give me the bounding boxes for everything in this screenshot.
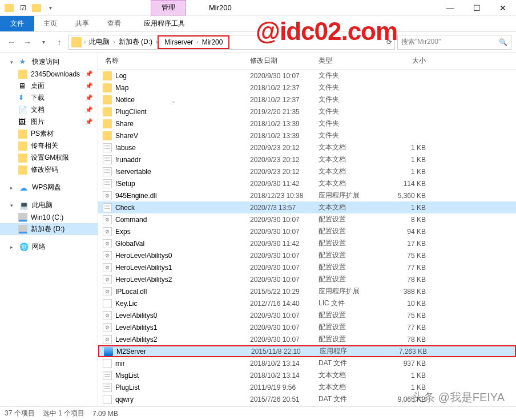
file-row[interactable]: Notice2018/10/2 12:37文件夹: [98, 94, 516, 106]
file-row[interactable]: GlobalVal2020/9/30 11:42配置设置17 KB: [98, 237, 516, 249]
file-name: PlugClient: [115, 108, 250, 116]
file-row[interactable]: MsgList2018/10/2 13:14文本文档1 KB: [98, 369, 516, 381]
file-icon: [103, 275, 112, 284]
sidebar-item[interactable]: 桌面📌: [0, 80, 98, 92]
column-date[interactable]: 修改日期: [250, 56, 319, 66]
file-row[interactable]: LevelAbilitys12020/9/30 10:07配置设置77 KB: [98, 321, 516, 333]
file-row[interactable]: Exps2020/9/30 10:07配置设置94 KB: [98, 225, 516, 237]
file-row[interactable]: PlugList2011/9/19 9:56文本文档1 KB: [98, 381, 516, 393]
file-date: 2020/9/30 11:42: [250, 180, 319, 188]
file-row[interactable]: Log2020/9/30 10:07文件夹: [98, 70, 516, 82]
file-type: DAT 文件: [319, 394, 386, 404]
file-row[interactable]: IPLocal.dll2015/5/22 10:29应用程序扩展388 KB: [98, 285, 516, 297]
window-title: Mir200: [209, 3, 232, 12]
file-type: 配置设置: [319, 227, 386, 236]
sidebar-item[interactable]: 传奇相关: [0, 140, 98, 152]
sidebar-item[interactable]: Win10 (C:): [0, 211, 98, 223]
file-type: 文件夹: [319, 107, 386, 116]
back-button[interactable]: ←: [5, 35, 18, 49]
quick-access-toolbar: ☑ ▾: [0, 2, 59, 14]
file-row[interactable]: M2Server2015/11/8 22:10应用程序7,263 KB: [98, 345, 516, 357]
chevron-down-icon[interactable]: ▾: [10, 59, 16, 65]
file-row[interactable]: !servertable2020/9/23 20:12文本文档1 KB: [98, 165, 516, 177]
star-icon: [19, 58, 29, 67]
file-row[interactable]: mir2018/10/2 13:14DAT 文件937 KB: [98, 357, 516, 369]
window-controls: — ☐ ✕: [437, 0, 516, 16]
pin-icon: 📌: [85, 118, 93, 126]
file-row[interactable]: Command2020/9/30 10:07配置设置8 KB: [98, 213, 516, 225]
home-menu[interactable]: 主页: [34, 16, 66, 31]
sidebar-quick-access[interactable]: ▾ 快速访问: [0, 56, 98, 68]
sidebar-item-label: 文档: [31, 105, 45, 115]
file-row[interactable]: !abuse2020/9/23 20:12文本文档1 KB: [98, 142, 516, 154]
chevron-right-icon[interactable]: ▸: [10, 185, 16, 191]
sidebar-item-label: 桌面: [31, 81, 45, 91]
sidebar-item[interactable]: 图片📌: [0, 116, 98, 128]
file-icon: [103, 107, 112, 116]
sidebar-item[interactable]: 修改密码: [0, 164, 98, 176]
sidebar-item[interactable]: 文档📌: [0, 104, 98, 116]
up-button[interactable]: ↑: [53, 35, 66, 49]
ribbon-context-tab[interactable]: 管理: [151, 0, 186, 15]
chevron-right-icon[interactable]: ▸: [10, 244, 16, 250]
sidebar-wps[interactable]: ▸ WPS网盘: [0, 181, 98, 193]
minimize-button[interactable]: —: [437, 0, 463, 16]
column-name[interactable]: 名称: [103, 56, 250, 66]
file-type: 文本文档: [319, 370, 386, 380]
sidebar-item[interactable]: PS素材: [0, 128, 98, 140]
file-date: 2018/10/2 12:37: [250, 96, 319, 104]
sidebar-item[interactable]: 2345Downloads📌: [0, 68, 98, 80]
crumb-mirserver[interactable]: Mirserver: [161, 38, 196, 46]
file-row[interactable]: LevelAbilitys22020/9/30 10:07配置设置78 KB: [98, 333, 516, 345]
file-menu[interactable]: 文件: [0, 16, 34, 31]
column-size[interactable]: 大小: [386, 56, 426, 66]
file-row[interactable]: qqwry2015/7/26 20:51DAT 文件9,065 KB: [98, 393, 516, 405]
chevron-down-icon[interactable]: ▾: [10, 203, 16, 208]
close-button[interactable]: ✕: [490, 0, 516, 16]
chevron-down-icon[interactable]: ⌄: [171, 98, 176, 104]
file-size: 1 KB: [386, 144, 426, 152]
sidebar-network[interactable]: ▸ 网络: [0, 241, 98, 253]
file-row[interactable]: !Setup2020/9/30 11:42文本文档114 KB: [98, 177, 516, 189]
recent-dropdown[interactable]: ▾: [37, 35, 50, 49]
file-name: !runaddr: [115, 156, 250, 164]
file-row[interactable]: PlugClient2019/2/20 21:35文件夹: [98, 106, 516, 118]
app-tools-tab[interactable]: 应用程序工具: [136, 16, 193, 31]
file-row[interactable]: HeroLevelAbilitys22020/9/30 10:07配置设置78 …: [98, 273, 516, 285]
file-name: LevelAbilitys2: [115, 336, 250, 344]
maximize-button[interactable]: ☐: [463, 0, 490, 16]
sidebar-item[interactable]: 下载📌: [0, 92, 98, 104]
file-row[interactable]: Key.Lic2012/7/16 14:40LIC 文件10 KB: [98, 297, 516, 309]
refresh-button[interactable]: ⟳: [386, 38, 392, 46]
dropdown-icon[interactable]: ▾: [45, 2, 56, 14]
file-icon: [103, 83, 112, 92]
breadcrumb[interactable]: › 此电脑 › 新加卷 (D:) › Mirserver › Mir200 ⟳: [68, 35, 395, 50]
column-type[interactable]: 类型: [319, 56, 386, 66]
crumb-drive[interactable]: 新加卷 (D:): [115, 37, 156, 47]
crumb-mir200[interactable]: Mir200: [199, 38, 227, 46]
share-menu[interactable]: 共享: [66, 16, 98, 31]
file-row[interactable]: !runaddr2020/9/23 20:12文本文档1 KB: [98, 154, 516, 165]
file-row[interactable]: LevelAbilitys02020/9/30 10:07配置设置75 KB: [98, 309, 516, 321]
file-row[interactable]: Check2020/7/3 13:57文本文档1 KB: [98, 201, 516, 213]
file-row[interactable]: Share2018/10/2 13:39文件夹: [98, 118, 516, 130]
file-row[interactable]: 945Engine.dll2018/12/23 10:38应用程序扩展5,360…: [98, 189, 516, 201]
file-date: 2015/7/26 20:51: [250, 395, 319, 403]
search-input[interactable]: 搜索"Mir200" 🔍: [397, 35, 511, 50]
file-row[interactable]: ShareV2018/10/2 13:39文件夹: [98, 130, 516, 142]
forward-button[interactable]: →: [21, 35, 34, 49]
file-type: 应用程序: [320, 346, 387, 356]
properties-icon[interactable]: ☑: [17, 2, 29, 14]
drive-icon: [18, 213, 27, 222]
sidebar-item[interactable]: 新加卷 (D:): [0, 223, 98, 235]
crumb-pc[interactable]: 此电脑: [86, 37, 113, 47]
sidebar-this-pc[interactable]: ▾ 此电脑: [0, 199, 98, 211]
folder-icon: [3, 2, 15, 14]
file-row[interactable]: HeroLevelAbilitys02020/9/30 10:07配置设置75 …: [98, 249, 516, 261]
view-menu[interactable]: 查看: [98, 16, 130, 31]
file-row[interactable]: Map2018/10/2 12:37文件夹: [98, 82, 516, 94]
search-icon[interactable]: 🔍: [499, 38, 507, 46]
file-name: PlugList: [115, 383, 250, 391]
sidebar-item[interactable]: 设置GM权限: [0, 152, 98, 164]
file-row[interactable]: HeroLevelAbilitys12020/9/30 10:07配置设置77 …: [98, 261, 516, 273]
